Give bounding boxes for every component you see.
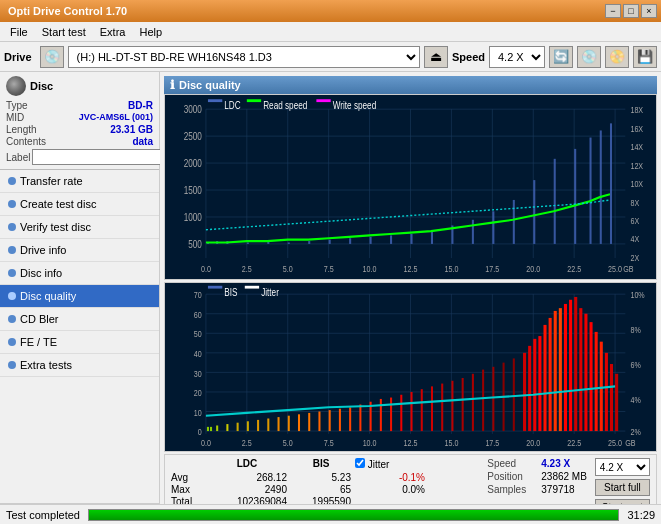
disc-section: Disc Type BD-R MID JVC-AMS6L (001) Lengt…: [0, 72, 159, 170]
maximize-button[interactable]: □: [623, 4, 639, 18]
speed-dropdown[interactable]: 4.2 X: [595, 458, 650, 476]
stats-right: Speed 4.23 X Position 23862 MB Samples 3…: [487, 458, 587, 495]
svg-rect-72: [316, 99, 330, 102]
svg-rect-136: [492, 367, 494, 431]
disc-length-label: Length: [6, 124, 37, 135]
svg-rect-67: [610, 123, 612, 244]
sidebar-item-verify-test-disc[interactable]: Verify test disc: [0, 216, 159, 239]
samples-value: 379718: [541, 484, 574, 495]
svg-text:Read speed: Read speed: [263, 99, 307, 112]
svg-text:5.0: 5.0: [283, 438, 293, 449]
svg-rect-132: [451, 381, 453, 431]
svg-rect-114: [267, 419, 269, 432]
progress-fill: [89, 510, 618, 520]
svg-text:GB: GB: [623, 263, 634, 274]
svg-rect-141: [533, 339, 536, 431]
disc-type-label: Type: [6, 100, 28, 111]
disc-header: Disc: [6, 76, 153, 96]
svg-rect-64: [574, 149, 576, 244]
svg-rect-160: [245, 286, 259, 289]
disc-type-row: Type BD-R: [6, 100, 153, 111]
speed-select[interactable]: 4.2 X: [489, 46, 545, 68]
eject-icon[interactable]: ⏏: [424, 46, 448, 68]
svg-text:17.5: 17.5: [485, 438, 499, 449]
panel-icon: ℹ: [170, 78, 175, 92]
nav-dot: [8, 177, 16, 185]
nav-dot: [8, 269, 16, 277]
samples-key: Samples: [487, 484, 537, 495]
svg-text:Write speed: Write speed: [333, 99, 376, 112]
svg-rect-110: [226, 424, 228, 431]
main-area: Disc Type BD-R MID JVC-AMS6L (001) Lengt…: [0, 72, 661, 524]
content-area: ℹ Disc quality: [160, 72, 661, 524]
minimize-button[interactable]: −: [605, 4, 621, 18]
svg-text:4X: 4X: [630, 233, 639, 244]
sidebar-item-drive-info[interactable]: Drive info: [0, 239, 159, 262]
menu-start-test[interactable]: Start test: [36, 25, 92, 39]
stats-table: LDC BIS Jitter Avg 268.12 5.23 -0.1% Max…: [171, 458, 471, 507]
sidebar-item-disc-info[interactable]: Disc info: [0, 262, 159, 285]
sidebar-item-create-test-disc[interactable]: Create test disc: [0, 193, 159, 216]
svg-text:30: 30: [194, 368, 202, 379]
svg-text:8%: 8%: [630, 325, 641, 336]
drive-select[interactable]: (H:) HL-DT-ST BD-RE WH16NS48 1.D3: [68, 46, 420, 68]
disc-contents-value: data: [132, 136, 153, 147]
svg-text:14X: 14X: [630, 141, 643, 152]
svg-text:10.0: 10.0: [363, 263, 377, 274]
svg-text:0.0: 0.0: [201, 263, 211, 274]
start-full-button[interactable]: Start full: [595, 479, 650, 496]
disc-contents-label: Contents: [6, 136, 46, 147]
svg-rect-118: [308, 413, 310, 431]
svg-rect-59: [472, 220, 474, 244]
sidebar-item-extra-tests[interactable]: Extra tests: [0, 354, 159, 377]
save-icon[interactable]: 💾: [633, 46, 657, 68]
max-label: Max: [171, 484, 203, 495]
svg-rect-142: [538, 336, 541, 431]
menu-help[interactable]: Help: [133, 25, 168, 39]
avg-jitter: -0.1%: [355, 472, 425, 483]
svg-rect-152: [590, 322, 593, 431]
sidebar-item-disc-quality[interactable]: Disc quality: [0, 285, 159, 308]
svg-text:2X: 2X: [630, 252, 639, 263]
title-bar: Opti Drive Control 1.70 − □ ×: [0, 0, 661, 22]
svg-rect-144: [549, 318, 552, 431]
disc-length-value: 23.31 GB: [110, 124, 153, 135]
position-key: Position: [487, 471, 537, 482]
svg-rect-150: [579, 309, 582, 432]
svg-rect-117: [298, 415, 300, 432]
svg-text:5.0: 5.0: [283, 263, 293, 274]
menu-file[interactable]: File: [4, 25, 34, 39]
disc-mid-row: MID JVC-AMS6L (001): [6, 112, 153, 123]
svg-rect-131: [441, 384, 443, 431]
jitter-checkbox[interactable]: [355, 458, 365, 468]
svg-text:12X: 12X: [630, 160, 643, 171]
chart1-svg: 3000 2500 2000 1500 1000 500 18X 16X 14X…: [165, 95, 656, 279]
sidebar-item-cd-bler[interactable]: CD Bler: [0, 308, 159, 331]
svg-rect-119: [318, 412, 320, 432]
svg-rect-54: [370, 237, 372, 244]
menu-extra[interactable]: Extra: [94, 25, 132, 39]
svg-text:10%: 10%: [630, 290, 645, 301]
close-button[interactable]: ×: [641, 4, 657, 18]
drive-bar: Drive 💿 (H:) HL-DT-ST BD-RE WH16NS48 1.D…: [0, 42, 661, 72]
svg-text:10X: 10X: [630, 178, 643, 189]
svg-text:18X: 18X: [630, 104, 643, 115]
svg-rect-111: [237, 423, 239, 431]
sidebar-item-transfer-rate[interactable]: Transfer rate: [0, 170, 159, 193]
svg-text:2%: 2%: [630, 427, 641, 438]
svg-rect-120: [329, 410, 331, 431]
refresh-icon[interactable]: 🔄: [549, 46, 573, 68]
sidebar-item-fe-te[interactable]: FE / TE: [0, 331, 159, 354]
svg-text:17.5: 17.5: [485, 263, 499, 274]
nav-dot: [8, 223, 16, 231]
disc-label-input[interactable]: [32, 149, 161, 165]
svg-rect-155: [605, 353, 608, 431]
stats-row-avg: Avg 268.12 5.23 -0.1%: [171, 472, 471, 483]
svg-rect-135: [482, 370, 484, 431]
nav-label: Disc info: [20, 267, 62, 279]
nav-dot: [8, 315, 16, 323]
svg-rect-147: [564, 304, 567, 431]
stats-row-max: Max 2490 65 0.0%: [171, 484, 471, 495]
svg-rect-140: [528, 346, 531, 431]
svg-rect-122: [349, 408, 351, 432]
